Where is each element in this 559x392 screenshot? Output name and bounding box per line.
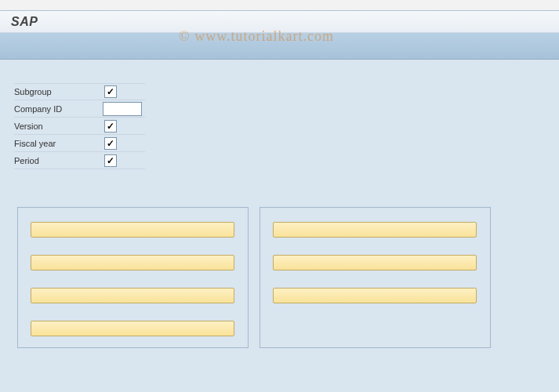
title-bar: SAP: [0, 11, 559, 33]
button-panels: [14, 207, 545, 348]
checkbox-fiscal-year[interactable]: [104, 137, 117, 150]
input-company-id[interactable]: [103, 102, 142, 116]
form-row-subgroup: Subgroup: [14, 83, 545, 100]
label-fiscal-year: Fiscal year: [14, 135, 103, 152]
checkbox-version[interactable]: [104, 120, 117, 132]
content-area: Subgroup Company ID Version Fiscal year …: [0, 60, 559, 356]
label-company-id: Company ID: [14, 100, 103, 118]
checkbox-subgroup[interactable]: [104, 85, 117, 98]
action-button-left-2[interactable]: [31, 255, 234, 270]
field-wrap-period: [103, 152, 145, 169]
form-row-fiscal-year: Fiscal year: [14, 135, 545, 152]
field-wrap-company-id: [103, 100, 145, 118]
form-row-version: Version: [14, 118, 545, 135]
action-button-right-1[interactable]: [273, 222, 477, 238]
action-button-right-2[interactable]: [273, 255, 477, 270]
label-period: Period: [14, 152, 103, 169]
label-version: Version: [14, 118, 103, 135]
form-block: Subgroup Company ID Version Fiscal year …: [14, 83, 545, 169]
field-wrap-fiscal-year: [103, 135, 145, 152]
field-wrap-version: [103, 118, 145, 135]
field-wrap-subgroup: [103, 83, 145, 100]
checkbox-period[interactable]: [104, 154, 117, 167]
right-button-panel: [260, 207, 491, 348]
action-button-left-3[interactable]: [31, 288, 234, 303]
window-top-strip: [0, 0, 559, 11]
label-subgroup: Subgroup: [14, 83, 103, 100]
page-title: SAP: [11, 15, 38, 29]
left-button-panel: [17, 207, 249, 348]
action-button-right-3[interactable]: [273, 288, 477, 303]
action-button-left-4[interactable]: [31, 321, 234, 336]
form-row-company-id: Company ID: [14, 100, 545, 118]
form-row-period: Period: [14, 152, 545, 169]
toolbar: [0, 33, 559, 60]
action-button-left-1[interactable]: [31, 222, 234, 238]
